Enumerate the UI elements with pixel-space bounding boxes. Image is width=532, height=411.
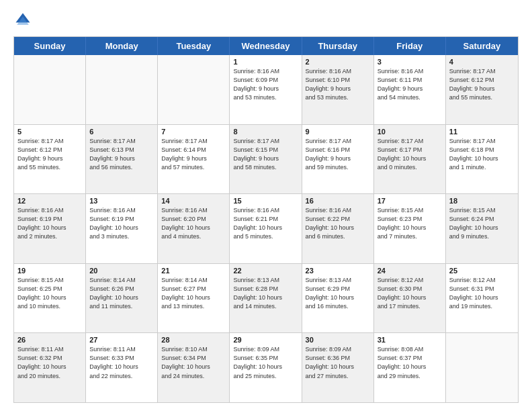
header-wednesday: Wednesday [230, 37, 302, 55]
day-number-31: 31 [378, 336, 442, 344]
day-info-26: Sunrise: 8:11 AM Sunset: 6:32 PM Dayligh… [17, 345, 82, 380]
day-cell-11: 11Sunrise: 8:17 AM Sunset: 6:18 PM Dayli… [446, 125, 518, 194]
day-cell-20: 20Sunrise: 8:14 AM Sunset: 6:26 PM Dayli… [86, 264, 158, 333]
header-friday: Friday [374, 37, 446, 55]
day-info-19: Sunrise: 8:15 AM Sunset: 6:25 PM Dayligh… [17, 276, 82, 311]
day-number-29: 29 [233, 336, 298, 344]
day-number-2: 2 [306, 58, 370, 66]
day-info-28: Sunrise: 8:10 AM Sunset: 6:34 PM Dayligh… [161, 345, 226, 380]
day-number-30: 30 [306, 336, 370, 344]
day-number-10: 10 [378, 128, 442, 136]
day-info-10: Sunrise: 8:17 AM Sunset: 6:17 PM Dayligh… [378, 137, 442, 172]
day-cell-1: 1Sunrise: 8:16 AM Sunset: 6:09 PM Daylig… [230, 55, 302, 124]
header-sunday: Sunday [14, 37, 86, 55]
day-cell-15: 15Sunrise: 8:16 AM Sunset: 6:21 PM Dayli… [230, 194, 302, 263]
empty-cell-4-6 [446, 333, 518, 402]
day-number-5: 5 [17, 128, 82, 136]
day-number-17: 17 [378, 197, 442, 205]
day-info-29: Sunrise: 8:09 AM Sunset: 6:35 PM Dayligh… [233, 345, 298, 380]
day-number-15: 15 [233, 197, 298, 205]
day-number-24: 24 [378, 267, 442, 275]
day-info-14: Sunrise: 8:16 AM Sunset: 6:20 PM Dayligh… [161, 206, 226, 241]
day-number-21: 21 [161, 267, 226, 275]
day-cell-5: 5Sunrise: 8:17 AM Sunset: 6:12 PM Daylig… [14, 125, 86, 194]
calendar-row-4: 26Sunrise: 8:11 AM Sunset: 6:32 PM Dayli… [14, 332, 518, 402]
day-info-3: Sunrise: 8:16 AM Sunset: 6:11 PM Dayligh… [378, 67, 442, 102]
day-number-9: 9 [306, 128, 370, 136]
day-info-30: Sunrise: 8:09 AM Sunset: 6:36 PM Dayligh… [306, 345, 370, 380]
day-number-26: 26 [17, 336, 82, 344]
day-info-27: Sunrise: 8:11 AM Sunset: 6:33 PM Dayligh… [89, 345, 154, 380]
day-info-22: Sunrise: 8:13 AM Sunset: 6:28 PM Dayligh… [233, 276, 298, 311]
day-info-6: Sunrise: 8:17 AM Sunset: 6:13 PM Dayligh… [89, 137, 154, 172]
day-number-8: 8 [233, 128, 298, 136]
day-cell-6: 6Sunrise: 8:17 AM Sunset: 6:13 PM Daylig… [86, 125, 158, 194]
day-info-25: Sunrise: 8:12 AM Sunset: 6:31 PM Dayligh… [449, 276, 515, 311]
day-info-23: Sunrise: 8:13 AM Sunset: 6:29 PM Dayligh… [306, 276, 370, 311]
day-number-1: 1 [233, 58, 298, 66]
day-info-9: Sunrise: 8:17 AM Sunset: 6:16 PM Dayligh… [306, 137, 370, 172]
day-number-7: 7 [161, 128, 226, 136]
day-cell-18: 18Sunrise: 8:15 AM Sunset: 6:24 PM Dayli… [446, 194, 518, 263]
day-number-28: 28 [161, 336, 226, 344]
calendar-header-row: SundayMondayTuesdayWednesdayThursdayFrid… [14, 37, 518, 55]
day-info-1: Sunrise: 8:16 AM Sunset: 6:09 PM Dayligh… [233, 67, 298, 102]
day-cell-27: 27Sunrise: 8:11 AM Sunset: 6:33 PM Dayli… [86, 333, 158, 402]
day-number-4: 4 [449, 58, 515, 66]
day-cell-25: 25Sunrise: 8:12 AM Sunset: 6:31 PM Dayli… [446, 264, 518, 333]
day-cell-23: 23Sunrise: 8:13 AM Sunset: 6:29 PM Dayli… [302, 264, 374, 333]
day-cell-2: 2Sunrise: 8:16 AM Sunset: 6:10 PM Daylig… [302, 55, 374, 124]
header-monday: Monday [86, 37, 158, 55]
day-cell-8: 8Sunrise: 8:17 AM Sunset: 6:15 PM Daylig… [230, 125, 302, 194]
calendar-row-0: 1Sunrise: 8:16 AM Sunset: 6:09 PM Daylig… [14, 55, 518, 124]
day-cell-31: 31Sunrise: 8:08 AM Sunset: 6:37 PM Dayli… [374, 333, 446, 402]
day-cell-30: 30Sunrise: 8:09 AM Sunset: 6:36 PM Dayli… [302, 333, 374, 402]
day-number-12: 12 [17, 197, 82, 205]
day-cell-13: 13Sunrise: 8:16 AM Sunset: 6:19 PM Dayli… [86, 194, 158, 263]
day-cell-4: 4Sunrise: 8:17 AM Sunset: 6:12 PM Daylig… [446, 55, 518, 124]
day-info-11: Sunrise: 8:17 AM Sunset: 6:18 PM Dayligh… [449, 137, 515, 172]
day-info-7: Sunrise: 8:17 AM Sunset: 6:14 PM Dayligh… [161, 137, 226, 172]
day-info-20: Sunrise: 8:14 AM Sunset: 6:26 PM Dayligh… [89, 276, 154, 311]
logo-icon [13, 11, 32, 30]
empty-cell-0-1 [86, 55, 158, 124]
day-number-11: 11 [449, 128, 515, 136]
calendar-page: SundayMondayTuesdayWednesdayThursdayFrid… [0, 0, 532, 411]
day-number-16: 16 [306, 197, 370, 205]
day-cell-12: 12Sunrise: 8:16 AM Sunset: 6:19 PM Dayli… [14, 194, 86, 263]
day-number-19: 19 [17, 267, 82, 275]
calendar-body: 1Sunrise: 8:16 AM Sunset: 6:09 PM Daylig… [14, 55, 518, 402]
day-number-22: 22 [233, 267, 298, 275]
day-info-21: Sunrise: 8:14 AM Sunset: 6:27 PM Dayligh… [161, 276, 226, 311]
day-cell-24: 24Sunrise: 8:12 AM Sunset: 6:30 PM Dayli… [374, 264, 446, 333]
day-cell-16: 16Sunrise: 8:16 AM Sunset: 6:22 PM Dayli… [302, 194, 374, 263]
day-info-8: Sunrise: 8:17 AM Sunset: 6:15 PM Dayligh… [233, 137, 298, 172]
day-info-5: Sunrise: 8:17 AM Sunset: 6:12 PM Dayligh… [17, 137, 82, 172]
day-info-18: Sunrise: 8:15 AM Sunset: 6:24 PM Dayligh… [449, 206, 515, 241]
day-number-25: 25 [449, 267, 515, 275]
day-number-13: 13 [89, 197, 154, 205]
page-header [13, 11, 519, 30]
day-number-27: 27 [89, 336, 154, 344]
day-cell-3: 3Sunrise: 8:16 AM Sunset: 6:11 PM Daylig… [374, 55, 446, 124]
day-info-2: Sunrise: 8:16 AM Sunset: 6:10 PM Dayligh… [306, 67, 370, 102]
day-info-4: Sunrise: 8:17 AM Sunset: 6:12 PM Dayligh… [449, 67, 515, 102]
day-info-24: Sunrise: 8:12 AM Sunset: 6:30 PM Dayligh… [378, 276, 442, 311]
logo [13, 11, 35, 30]
header-thursday: Thursday [302, 37, 374, 55]
calendar-row-3: 19Sunrise: 8:15 AM Sunset: 6:25 PM Dayli… [14, 263, 518, 333]
day-cell-19: 19Sunrise: 8:15 AM Sunset: 6:25 PM Dayli… [14, 264, 86, 333]
header-tuesday: Tuesday [158, 37, 230, 55]
day-info-15: Sunrise: 8:16 AM Sunset: 6:21 PM Dayligh… [233, 206, 298, 241]
day-cell-22: 22Sunrise: 8:13 AM Sunset: 6:28 PM Dayli… [230, 264, 302, 333]
day-info-13: Sunrise: 8:16 AM Sunset: 6:19 PM Dayligh… [89, 206, 154, 241]
day-cell-21: 21Sunrise: 8:14 AM Sunset: 6:27 PM Dayli… [158, 264, 230, 333]
day-cell-10: 10Sunrise: 8:17 AM Sunset: 6:17 PM Dayli… [374, 125, 446, 194]
day-info-16: Sunrise: 8:16 AM Sunset: 6:22 PM Dayligh… [306, 206, 370, 241]
day-number-18: 18 [449, 197, 515, 205]
header-saturday: Saturday [446, 37, 518, 55]
empty-cell-0-0 [14, 55, 86, 124]
calendar-row-1: 5Sunrise: 8:17 AM Sunset: 6:12 PM Daylig… [14, 124, 518, 194]
day-cell-26: 26Sunrise: 8:11 AM Sunset: 6:32 PM Dayli… [14, 333, 86, 402]
calendar: SundayMondayTuesdayWednesdayThursdayFrid… [13, 36, 519, 403]
